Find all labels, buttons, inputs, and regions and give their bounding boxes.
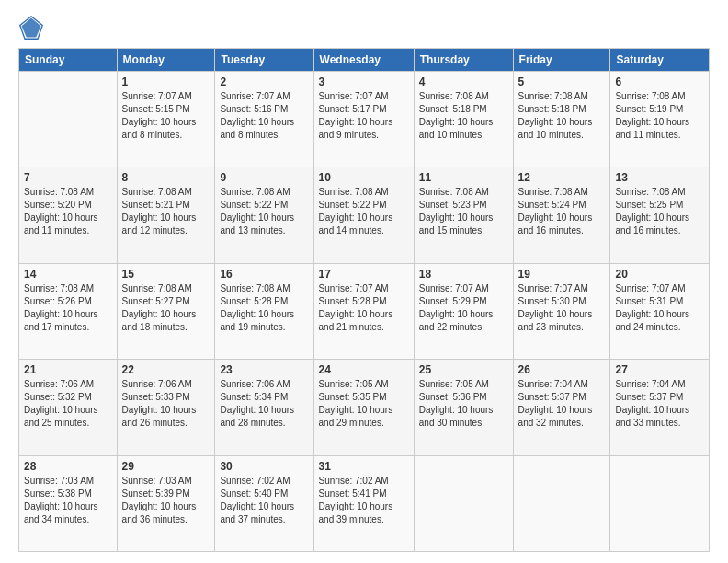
day-number: 19 bbox=[518, 268, 606, 281]
calendar-cell: 10Sunrise: 7:08 AM Sunset: 5:22 PM Dayli… bbox=[313, 167, 414, 263]
day-number: 8 bbox=[122, 171, 210, 184]
calendar-cell: 24Sunrise: 7:05 AM Sunset: 5:35 PM Dayli… bbox=[313, 360, 414, 455]
calendar-cell: 17Sunrise: 7:07 AM Sunset: 5:28 PM Dayli… bbox=[313, 263, 414, 359]
day-info: Sunrise: 7:04 AM Sunset: 5:37 PM Dayligh… bbox=[615, 378, 704, 430]
weekday-header: Sunday bbox=[19, 49, 118, 72]
weekday-header: Saturday bbox=[610, 49, 710, 72]
calendar-cell: 4Sunrise: 7:08 AM Sunset: 5:18 PM Daylig… bbox=[414, 72, 513, 167]
day-info: Sunrise: 7:05 AM Sunset: 5:35 PM Dayligh… bbox=[319, 378, 409, 430]
calendar-cell: 3Sunrise: 7:07 AM Sunset: 5:17 PM Daylig… bbox=[313, 72, 414, 167]
day-info: Sunrise: 7:06 AM Sunset: 5:33 PM Dayligh… bbox=[122, 378, 210, 430]
day-info: Sunrise: 7:08 AM Sunset: 5:18 PM Dayligh… bbox=[518, 90, 606, 142]
day-number: 25 bbox=[419, 363, 508, 376]
calendar-cell: 20Sunrise: 7:07 AM Sunset: 5:31 PM Dayli… bbox=[610, 263, 710, 359]
calendar-cell: 25Sunrise: 7:05 AM Sunset: 5:36 PM Dayli… bbox=[414, 360, 513, 455]
day-info: Sunrise: 7:08 AM Sunset: 5:22 PM Dayligh… bbox=[220, 186, 308, 237]
day-info: Sunrise: 7:07 AM Sunset: 5:15 PM Dayligh… bbox=[122, 90, 210, 142]
calendar-cell: 9Sunrise: 7:08 AM Sunset: 5:22 PM Daylig… bbox=[215, 167, 313, 263]
day-number: 27 bbox=[615, 363, 704, 376]
day-number: 14 bbox=[24, 268, 112, 281]
weekday-header: Monday bbox=[117, 49, 215, 72]
day-number: 5 bbox=[518, 75, 606, 88]
day-number: 22 bbox=[122, 363, 210, 376]
day-info: Sunrise: 7:04 AM Sunset: 5:37 PM Dayligh… bbox=[518, 378, 606, 430]
calendar-cell: 8Sunrise: 7:08 AM Sunset: 5:21 PM Daylig… bbox=[117, 167, 215, 263]
day-info: Sunrise: 7:02 AM Sunset: 5:41 PM Dayligh… bbox=[319, 475, 409, 526]
calendar-cell bbox=[19, 72, 118, 167]
logo bbox=[18, 15, 48, 40]
day-number: 13 bbox=[615, 171, 704, 184]
calendar-cell bbox=[513, 455, 610, 551]
calendar-cell: 12Sunrise: 7:08 AM Sunset: 5:24 PM Dayli… bbox=[513, 167, 610, 263]
calendar-cell: 14Sunrise: 7:08 AM Sunset: 5:26 PM Dayli… bbox=[19, 263, 118, 359]
calendar-cell: 26Sunrise: 7:04 AM Sunset: 5:37 PM Dayli… bbox=[513, 360, 610, 455]
day-number: 10 bbox=[319, 171, 409, 184]
calendar-cell: 30Sunrise: 7:02 AM Sunset: 5:40 PM Dayli… bbox=[215, 455, 313, 551]
day-number: 16 bbox=[220, 268, 308, 281]
day-info: Sunrise: 7:07 AM Sunset: 5:17 PM Dayligh… bbox=[319, 90, 409, 142]
day-number: 6 bbox=[615, 75, 704, 88]
calendar-cell: 18Sunrise: 7:07 AM Sunset: 5:29 PM Dayli… bbox=[414, 263, 513, 359]
day-number: 3 bbox=[319, 75, 409, 88]
calendar-cell: 21Sunrise: 7:06 AM Sunset: 5:32 PM Dayli… bbox=[19, 360, 118, 455]
day-number: 20 bbox=[615, 268, 704, 281]
week-row: 21Sunrise: 7:06 AM Sunset: 5:32 PM Dayli… bbox=[19, 360, 710, 455]
week-row: 28Sunrise: 7:03 AM Sunset: 5:38 PM Dayli… bbox=[19, 455, 710, 551]
day-number: 12 bbox=[518, 171, 606, 184]
calendar-cell: 13Sunrise: 7:08 AM Sunset: 5:25 PM Dayli… bbox=[610, 167, 710, 263]
day-info: Sunrise: 7:08 AM Sunset: 5:24 PM Dayligh… bbox=[518, 186, 606, 237]
week-row: 14Sunrise: 7:08 AM Sunset: 5:26 PM Dayli… bbox=[19, 263, 710, 359]
day-info: Sunrise: 7:07 AM Sunset: 5:29 PM Dayligh… bbox=[419, 282, 508, 334]
day-info: Sunrise: 7:03 AM Sunset: 5:39 PM Dayligh… bbox=[122, 475, 210, 526]
calendar: SundayMondayTuesdayWednesdayThursdayFrid… bbox=[18, 48, 710, 552]
day-number: 23 bbox=[220, 363, 308, 376]
day-number: 24 bbox=[319, 363, 409, 376]
day-info: Sunrise: 7:06 AM Sunset: 5:32 PM Dayligh… bbox=[24, 378, 112, 430]
week-row: 1Sunrise: 7:07 AM Sunset: 5:15 PM Daylig… bbox=[19, 72, 710, 167]
weekday-header: Friday bbox=[513, 49, 610, 72]
day-number: 21 bbox=[24, 363, 112, 376]
weekday-header: Thursday bbox=[414, 49, 513, 72]
calendar-cell: 23Sunrise: 7:06 AM Sunset: 5:34 PM Dayli… bbox=[215, 360, 313, 455]
day-info: Sunrise: 7:08 AM Sunset: 5:22 PM Dayligh… bbox=[319, 186, 409, 237]
weekday-header-row: SundayMondayTuesdayWednesdayThursdayFrid… bbox=[19, 49, 710, 72]
day-info: Sunrise: 7:07 AM Sunset: 5:31 PM Dayligh… bbox=[615, 282, 704, 334]
day-info: Sunrise: 7:08 AM Sunset: 5:20 PM Dayligh… bbox=[24, 186, 112, 237]
calendar-cell: 28Sunrise: 7:03 AM Sunset: 5:38 PM Dayli… bbox=[19, 455, 118, 551]
week-row: 7Sunrise: 7:08 AM Sunset: 5:20 PM Daylig… bbox=[19, 167, 710, 263]
calendar-cell: 15Sunrise: 7:08 AM Sunset: 5:27 PM Dayli… bbox=[117, 263, 215, 359]
day-info: Sunrise: 7:08 AM Sunset: 5:21 PM Dayligh… bbox=[122, 186, 210, 237]
calendar-cell: 29Sunrise: 7:03 AM Sunset: 5:39 PM Dayli… bbox=[117, 455, 215, 551]
calendar-cell: 22Sunrise: 7:06 AM Sunset: 5:33 PM Dayli… bbox=[117, 360, 215, 455]
svg-marker-0 bbox=[22, 18, 41, 38]
day-info: Sunrise: 7:08 AM Sunset: 5:19 PM Dayligh… bbox=[615, 90, 704, 142]
day-number: 2 bbox=[220, 75, 308, 88]
day-info: Sunrise: 7:02 AM Sunset: 5:40 PM Dayligh… bbox=[220, 475, 308, 526]
calendar-cell bbox=[610, 455, 710, 551]
day-number: 9 bbox=[220, 171, 308, 184]
calendar-cell: 16Sunrise: 7:08 AM Sunset: 5:28 PM Dayli… bbox=[215, 263, 313, 359]
day-info: Sunrise: 7:08 AM Sunset: 5:28 PM Dayligh… bbox=[220, 282, 308, 334]
calendar-cell: 11Sunrise: 7:08 AM Sunset: 5:23 PM Dayli… bbox=[414, 167, 513, 263]
calendar-cell: 19Sunrise: 7:07 AM Sunset: 5:30 PM Dayli… bbox=[513, 263, 610, 359]
day-number: 29 bbox=[122, 460, 210, 473]
day-info: Sunrise: 7:07 AM Sunset: 5:16 PM Dayligh… bbox=[220, 90, 308, 142]
calendar-cell: 1Sunrise: 7:07 AM Sunset: 5:15 PM Daylig… bbox=[117, 72, 215, 167]
day-number: 7 bbox=[24, 171, 112, 184]
day-info: Sunrise: 7:06 AM Sunset: 5:34 PM Dayligh… bbox=[220, 378, 308, 430]
day-info: Sunrise: 7:08 AM Sunset: 5:23 PM Dayligh… bbox=[419, 186, 508, 237]
day-info: Sunrise: 7:08 AM Sunset: 5:27 PM Dayligh… bbox=[122, 282, 210, 334]
day-number: 31 bbox=[319, 460, 409, 473]
day-number: 11 bbox=[419, 171, 508, 184]
day-number: 28 bbox=[24, 460, 112, 473]
day-info: Sunrise: 7:03 AM Sunset: 5:38 PM Dayligh… bbox=[24, 475, 112, 526]
day-number: 15 bbox=[122, 268, 210, 281]
day-info: Sunrise: 7:07 AM Sunset: 5:28 PM Dayligh… bbox=[319, 282, 409, 334]
day-number: 18 bbox=[419, 268, 508, 281]
day-number: 1 bbox=[122, 75, 210, 88]
calendar-cell: 2Sunrise: 7:07 AM Sunset: 5:16 PM Daylig… bbox=[215, 72, 313, 167]
day-number: 17 bbox=[319, 268, 409, 281]
calendar-cell: 6Sunrise: 7:08 AM Sunset: 5:19 PM Daylig… bbox=[610, 72, 710, 167]
weekday-header: Wednesday bbox=[313, 49, 414, 72]
day-number: 30 bbox=[220, 460, 308, 473]
